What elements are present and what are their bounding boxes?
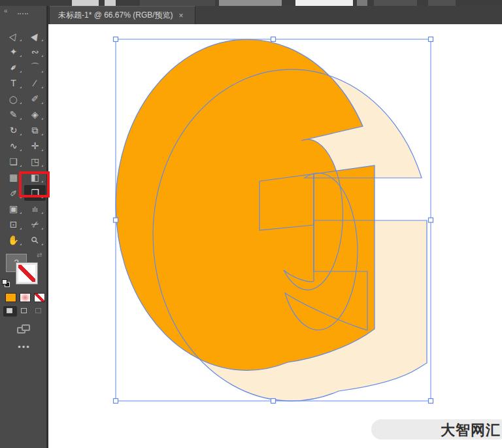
slice-tool-icon: ✂ [27,216,42,233]
color-type-buttons [0,292,48,304]
watermark-text: 大智网汇 [441,421,501,440]
free-transform-tool[interactable]: ❏ [3,154,24,169]
pen-tool-icon: ✒ [5,59,22,75]
column-graph-tool-icon: ılı [32,201,38,217]
shaper-tool-icon: ✎ [10,107,18,122]
artboard-tool-icon: ⊡ [10,216,18,232]
control-bar-fragment [374,0,417,6]
handle-bottom-left [114,399,118,404]
handle-middle-left [114,218,118,222]
type-tool[interactable]: T [3,75,24,91]
ellipse-tool[interactable]: ◯ [3,91,24,107]
change-screen-mode-icon[interactable] [17,324,31,335]
puppet-warp-tool[interactable]: ✛ [24,138,46,154]
scale-tool[interactable]: ⧉ [24,122,46,138]
color-button[interactable] [5,293,16,302]
hand-tool[interactable]: ✋ [3,232,24,248]
line-segment-tool-icon: ∕ [34,75,35,91]
zoom-tool[interactable]: ⚲ [24,232,46,248]
control-bar-fragment [219,0,282,6]
none-slash-icon [35,294,44,302]
shaper-tool[interactable]: ✎ [3,107,24,122]
width-tool[interactable]: ∿ [3,138,24,154]
draw-behind-button[interactable] [18,306,31,317]
magic-wand-tool-icon: ✦ [10,44,18,60]
default-fill-stroke-icon[interactable] [2,279,10,287]
tools-grid: ▷▶✦∾✒⌒T∕◯✐✎◈↻⧉∿✛❏◳▦◧✑❒▣ılı⊡✂✋⚲ [3,28,46,248]
control-bar-fragment [357,0,367,6]
hand-tool-icon: ✋ [8,232,19,248]
line-segment-tool[interactable]: ∕ [24,75,46,91]
handle-top-left [114,37,118,42]
draw-normal-button[interactable] [3,306,17,317]
letter-g-artwork[interactable] [50,24,502,448]
pen-tool[interactable]: ✒ [3,60,24,75]
type-tool-icon: T [10,75,16,91]
selection-tool[interactable]: ▷ [3,28,24,44]
tools-panel: « ▷▶✦∾✒⌒T∕◯✐✎◈↻⧉∿✛❏◳▦◧✑❒▣ılı⊡✂✋⚲ ⇄ ? ••• [0,6,48,448]
control-bar-fragment [428,0,456,6]
control-bar-fragment [295,0,353,6]
zoom-tool-icon: ⚲ [27,232,42,248]
width-tool-icon: ∿ [10,138,18,154]
lasso-tool-icon: ∾ [31,44,39,60]
control-bar-fragment [105,0,116,6]
handle-bottom-middle [271,399,276,404]
stroke-swatch-none[interactable] [16,263,37,284]
document-tab-title: 未标题-1* @ 66.67% (RGB/预览) [50,10,173,21]
artboard-tool[interactable]: ⊡ [3,216,24,232]
column-graph-tool[interactable]: ılı [24,201,46,216]
perspective-grid-tool[interactable]: ◳ [24,154,46,169]
watermark-pill: 大智网汇 [371,419,502,439]
drawing-mode-buttons [0,306,48,318]
scale-tool-icon: ⧉ [32,122,39,138]
handle-middle-right [429,218,433,222]
lasso-tool[interactable]: ∾ [24,44,46,60]
direct-selection-tool[interactable]: ▶ [24,28,46,44]
handle-top-middle [271,37,276,42]
control-bar-fragment [72,0,99,6]
puppet-warp-tool-icon: ✛ [31,138,39,154]
red-highlight-box [19,171,50,198]
none-slash-icon [18,265,35,282]
rotate-tool[interactable]: ↻ [3,122,24,138]
eraser-tool[interactable]: ◈ [24,107,46,122]
control-bar-sliver [0,0,502,6]
perspective-grid-tool-icon: ◳ [31,154,39,169]
ellipse-tool-icon: ◯ [9,92,17,107]
swap-fill-stroke-icon[interactable]: ⇄ [37,251,42,258]
edit-toolbar-icon[interactable]: ••• [0,342,48,352]
magic-wand-tool[interactable]: ✦ [3,44,24,60]
curvature-tool[interactable]: ⌒ [24,60,46,75]
panel-grip-handle[interactable] [18,13,28,14]
handle-bottom-right [429,399,433,404]
collapse-panel-icon[interactable]: « [4,7,8,14]
draw-inside-button[interactable] [32,306,46,317]
symbol-sprayer-tool-icon: ▣ [9,201,18,216]
document-tab[interactable]: 未标题-1* @ 66.67% (RGB/预览) × [49,6,195,24]
illustrator-window: 未标题-1* @ 66.67% (RGB/预览) × [0,0,502,448]
none-button[interactable] [34,293,45,302]
rotate-tool-icon: ↻ [10,122,18,138]
control-bar-fragment [140,0,215,6]
paintbrush-tool-icon: ✐ [31,91,39,107]
mesh-tool-icon: ▦ [9,169,18,185]
orange-g-crossbar[interactable] [259,174,314,230]
symbol-sprayer-tool[interactable]: ▣ [3,201,24,216]
eraser-tool-icon: ◈ [31,107,39,122]
slice-tool[interactable]: ✂ [24,216,46,232]
free-transform-tool-icon: ❏ [9,154,18,169]
document-tab-bar: 未标题-1* @ 66.67% (RGB/预览) × [0,6,502,24]
gradient-button[interactable] [20,293,31,302]
direct-selection-tool-icon: ▶ [27,29,44,44]
tab-close-icon[interactable]: × [179,7,184,25]
orange-g-shape[interactable] [116,39,375,370]
artboard-canvas[interactable] [50,24,502,448]
curvature-tool-icon: ⌒ [31,60,40,75]
paintbrush-tool[interactable]: ✐ [24,91,46,107]
fill-stroke-controls: ⇄ ? [0,250,48,292]
selection-tool-icon: ▷ [5,29,22,44]
handle-top-right [429,37,433,42]
